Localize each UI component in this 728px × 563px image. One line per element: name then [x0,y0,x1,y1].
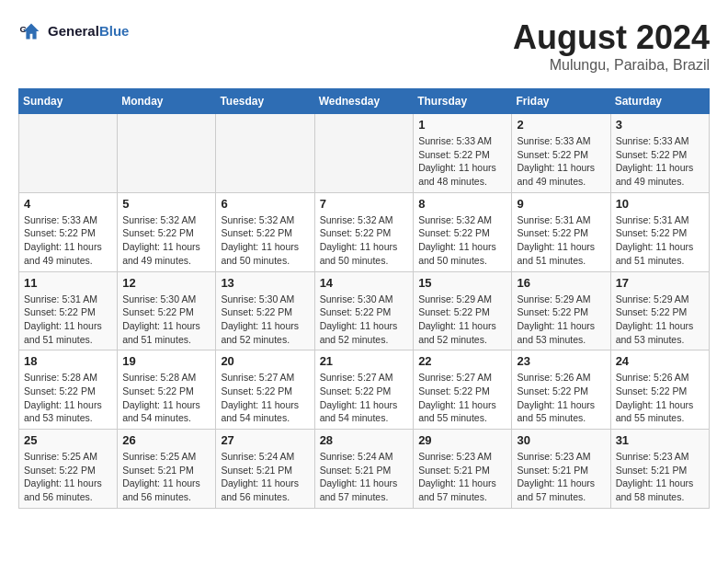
day-number: 28 [320,433,409,447]
day-number: 22 [418,354,506,368]
day-of-week-header: Friday [512,89,610,114]
calendar-cell: 12Sunrise: 5:30 AM Sunset: 5:22 PM Dayli… [118,271,216,350]
logo-icon: G [18,18,44,44]
day-number: 5 [122,197,210,211]
day-number: 25 [24,433,112,447]
calendar-cell: 29Sunrise: 5:23 AM Sunset: 5:21 PM Dayli… [414,430,512,509]
calendar-cell: 6Sunrise: 5:32 AM Sunset: 5:22 PM Daylig… [216,192,314,271]
calendar-week-row: 11Sunrise: 5:31 AM Sunset: 5:22 PM Dayli… [19,271,710,350]
calendar-cell: 7Sunrise: 5:32 AM Sunset: 5:22 PM Daylig… [314,192,414,271]
day-number: 16 [517,276,605,290]
calendar-table: SundayMondayTuesdayWednesdayThursdayFrid… [18,88,710,509]
day-of-week-header: Wednesday [314,89,414,114]
calendar-cell: 23Sunrise: 5:26 AM Sunset: 5:22 PM Dayli… [512,350,610,430]
day-number: 6 [221,197,309,211]
calendar-cell: 31Sunrise: 5:23 AM Sunset: 5:21 PM Dayli… [610,430,709,509]
day-number: 3 [616,118,704,132]
day-number: 21 [320,354,409,368]
logo-line2: Blue [99,23,130,39]
day-number: 19 [122,354,210,368]
day-info: Sunrise: 5:30 AM Sunset: 5:22 PM Dayligh… [320,293,409,347]
calendar-cell: 28Sunrise: 5:24 AM Sunset: 5:21 PM Dayli… [314,430,414,509]
calendar-cell [118,114,216,193]
calendar-cell: 8Sunrise: 5:32 AM Sunset: 5:22 PM Daylig… [414,192,512,271]
day-number: 26 [122,433,210,447]
calendar-cell [314,114,414,193]
day-info: Sunrise: 5:29 AM Sunset: 5:22 PM Dayligh… [517,293,605,347]
day-number: 4 [24,197,112,211]
day-number: 11 [24,276,112,290]
calendar-cell: 13Sunrise: 5:30 AM Sunset: 5:22 PM Dayli… [216,271,314,350]
day-info: Sunrise: 5:32 AM Sunset: 5:22 PM Dayligh… [221,213,309,268]
day-info: Sunrise: 5:25 AM Sunset: 5:21 PM Dayligh… [122,450,210,504]
day-info: Sunrise: 5:28 AM Sunset: 5:22 PM Dayligh… [122,371,210,425]
calendar-cell: 14Sunrise: 5:30 AM Sunset: 5:22 PM Dayli… [314,271,414,350]
calendar-cell: 16Sunrise: 5:29 AM Sunset: 5:22 PM Dayli… [512,271,610,350]
title-block: August 2024 Mulungu, Paraiba, Brazil [513,18,710,74]
day-info: Sunrise: 5:33 AM Sunset: 5:22 PM Dayligh… [616,134,704,189]
days-of-week-row: SundayMondayTuesdayWednesdayThursdayFrid… [19,89,710,114]
day-info: Sunrise: 5:24 AM Sunset: 5:21 PM Dayligh… [221,450,309,504]
calendar-cell: 11Sunrise: 5:31 AM Sunset: 5:22 PM Dayli… [19,271,118,350]
day-info: Sunrise: 5:26 AM Sunset: 5:22 PM Dayligh… [616,371,704,425]
calendar-cell: 30Sunrise: 5:23 AM Sunset: 5:21 PM Dayli… [512,430,610,509]
day-number: 23 [517,354,605,368]
day-of-week-header: Sunday [19,89,118,114]
calendar-cell: 9Sunrise: 5:31 AM Sunset: 5:22 PM Daylig… [512,192,610,271]
calendar-cell: 27Sunrise: 5:24 AM Sunset: 5:21 PM Dayli… [216,430,314,509]
month-year: August 2024 [513,18,710,57]
day-info: Sunrise: 5:23 AM Sunset: 5:21 PM Dayligh… [418,450,506,504]
day-of-week-header: Saturday [610,89,709,114]
calendar-cell: 22Sunrise: 5:27 AM Sunset: 5:22 PM Dayli… [414,350,512,430]
calendar-cell: 25Sunrise: 5:25 AM Sunset: 5:22 PM Dayli… [19,430,118,509]
logo-text: GeneralBlue [48,23,129,40]
day-info: Sunrise: 5:26 AM Sunset: 5:22 PM Dayligh… [517,371,605,425]
day-info: Sunrise: 5:27 AM Sunset: 5:22 PM Dayligh… [418,371,506,425]
day-info: Sunrise: 5:30 AM Sunset: 5:22 PM Dayligh… [122,293,210,347]
day-of-week-header: Monday [118,89,216,114]
page-header: G GeneralBlue August 2024 Mulungu, Parai… [18,18,710,74]
calendar-week-row: 1Sunrise: 5:33 AM Sunset: 5:22 PM Daylig… [19,114,710,193]
logo-line1: General [48,23,99,39]
day-number: 2 [517,118,605,132]
day-info: Sunrise: 5:23 AM Sunset: 5:21 PM Dayligh… [616,450,704,504]
calendar-cell: 5Sunrise: 5:32 AM Sunset: 5:22 PM Daylig… [118,192,216,271]
day-number: 27 [221,433,309,447]
calendar-week-row: 25Sunrise: 5:25 AM Sunset: 5:22 PM Dayli… [19,430,710,509]
calendar-body: 1Sunrise: 5:33 AM Sunset: 5:22 PM Daylig… [19,114,710,509]
day-number: 13 [221,276,309,290]
day-number: 9 [517,197,605,211]
calendar-week-row: 4Sunrise: 5:33 AM Sunset: 5:22 PM Daylig… [19,192,710,271]
calendar-cell: 17Sunrise: 5:29 AM Sunset: 5:22 PM Dayli… [610,271,709,350]
calendar-cell: 10Sunrise: 5:31 AM Sunset: 5:22 PM Dayli… [610,192,709,271]
day-info: Sunrise: 5:32 AM Sunset: 5:22 PM Dayligh… [320,213,409,268]
day-info: Sunrise: 5:25 AM Sunset: 5:22 PM Dayligh… [24,450,112,504]
day-info: Sunrise: 5:31 AM Sunset: 5:22 PM Dayligh… [616,213,704,268]
calendar-cell: 26Sunrise: 5:25 AM Sunset: 5:21 PM Dayli… [118,430,216,509]
day-number: 29 [418,433,506,447]
day-info: Sunrise: 5:32 AM Sunset: 5:22 PM Dayligh… [418,213,506,268]
day-info: Sunrise: 5:33 AM Sunset: 5:22 PM Dayligh… [418,134,506,189]
day-number: 10 [616,197,704,211]
day-info: Sunrise: 5:28 AM Sunset: 5:22 PM Dayligh… [24,371,112,425]
day-of-week-header: Tuesday [216,89,314,114]
day-info: Sunrise: 5:30 AM Sunset: 5:22 PM Dayligh… [221,293,309,347]
day-number: 14 [320,276,409,290]
calendar-cell: 24Sunrise: 5:26 AM Sunset: 5:22 PM Dayli… [610,350,709,430]
day-number: 7 [320,197,409,211]
day-number: 31 [616,433,704,447]
calendar-cell [19,114,118,193]
day-number: 30 [517,433,605,447]
calendar-week-row: 18Sunrise: 5:28 AM Sunset: 5:22 PM Dayli… [19,350,710,430]
location: Mulungu, Paraiba, Brazil [513,57,710,74]
calendar-cell [216,114,314,193]
day-number: 20 [221,354,309,368]
calendar-cell: 3Sunrise: 5:33 AM Sunset: 5:22 PM Daylig… [610,114,709,193]
day-number: 18 [24,354,112,368]
calendar-cell: 18Sunrise: 5:28 AM Sunset: 5:22 PM Dayli… [19,350,118,430]
day-number: 24 [616,354,704,368]
day-info: Sunrise: 5:24 AM Sunset: 5:21 PM Dayligh… [320,450,409,504]
day-info: Sunrise: 5:32 AM Sunset: 5:22 PM Dayligh… [122,213,210,268]
day-info: Sunrise: 5:27 AM Sunset: 5:22 PM Dayligh… [221,371,309,425]
day-info: Sunrise: 5:29 AM Sunset: 5:22 PM Dayligh… [418,293,506,347]
